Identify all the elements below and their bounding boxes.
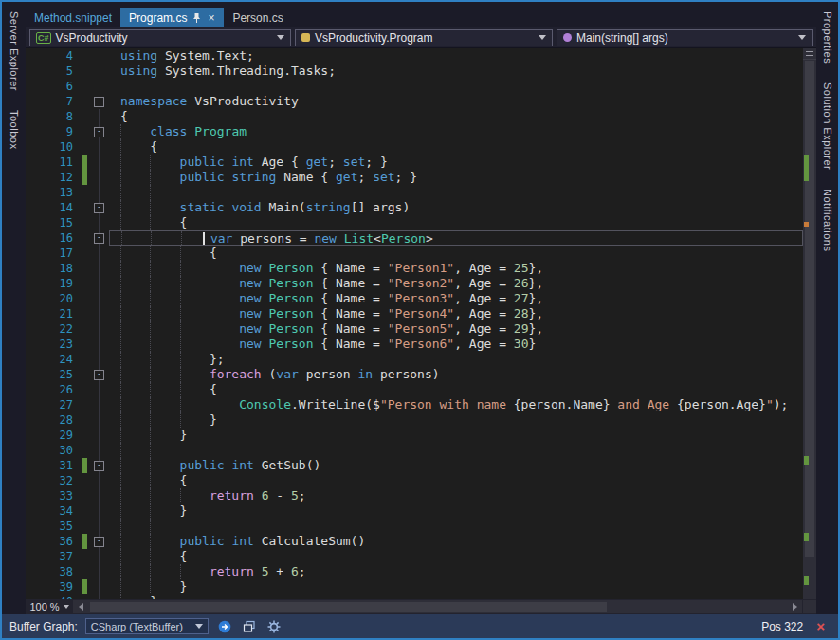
code-line[interactable]: 19new Person { Name = "Person2", Age = 2…: [26, 276, 803, 291]
line-number[interactable]: 38: [26, 564, 73, 579]
code-line[interactable]: 38return 5 + 6;: [26, 564, 803, 579]
code-line[interactable]: 11public int Age { get; set; }: [26, 155, 803, 170]
code-line[interactable]: 12public string Name { get; set; }: [26, 170, 803, 185]
collapse-icon[interactable]: -: [94, 537, 104, 547]
collapse-icon[interactable]: -: [94, 370, 104, 380]
code-line[interactable]: 15{: [26, 215, 803, 230]
line-number[interactable]: 27: [26, 397, 73, 412]
vertical-scrollbar[interactable]: [803, 48, 816, 599]
code-line[interactable]: 4using System.Text;: [26, 48, 803, 64]
project-dropdown[interactable]: C# VsProductivity: [29, 29, 291, 46]
split-editor-handle[interactable]: [803, 48, 816, 60]
code-line[interactable]: 13: [26, 185, 803, 200]
close-icon[interactable]: ×: [811, 619, 831, 633]
member-dropdown[interactable]: Main(string[] args): [557, 29, 813, 46]
scrollbar-thumb[interactable]: [805, 61, 814, 557]
line-number[interactable]: 39: [26, 579, 73, 594]
line-number[interactable]: 5: [26, 64, 73, 79]
sidebar-item-solution-explorer[interactable]: Solution Explorer: [822, 79, 833, 170]
horizontal-scrollbar[interactable]: [88, 600, 787, 613]
line-number[interactable]: 17: [26, 246, 73, 261]
line-number[interactable]: 32: [26, 473, 73, 488]
code-line[interactable]: 31-public int GetSub(): [26, 458, 803, 473]
code-line[interactable]: 26{: [26, 382, 803, 397]
code-line[interactable]: 25-foreach (var person in persons): [26, 367, 803, 382]
line-number[interactable]: 4: [26, 48, 73, 64]
line-number[interactable]: 14: [26, 200, 73, 215]
collapse-icon[interactable]: -: [94, 233, 104, 244]
code-line[interactable]: 32{: [26, 473, 803, 488]
globe-arrow-icon[interactable]: [216, 619, 233, 634]
type-dropdown[interactable]: VsProductivity.Program: [295, 29, 553, 46]
code-line[interactable]: 22new Person { Name = "Person5", Age = 2…: [26, 321, 803, 337]
pin-icon[interactable]: [192, 12, 201, 24]
line-number[interactable]: 9: [26, 124, 73, 139]
code-line[interactable]: 6: [26, 79, 803, 94]
code-line[interactable]: 14-static void Main(string[] args): [26, 200, 803, 215]
code-line[interactable]: 35: [26, 519, 803, 534]
code-line[interactable]: 24};: [26, 352, 803, 367]
line-number[interactable]: 11: [26, 155, 73, 170]
collapse-icon[interactable]: -: [94, 97, 104, 107]
line-number[interactable]: 8: [26, 109, 73, 124]
code-line[interactable]: 23new Person { Name = "Person6", Age = 3…: [26, 337, 803, 352]
line-number[interactable]: 36: [26, 534, 73, 549]
line-number[interactable]: 37: [26, 549, 73, 564]
new-window-icon[interactable]: [241, 619, 258, 634]
line-number[interactable]: 21: [26, 306, 73, 321]
buffer-type-dropdown[interactable]: CSharp (TextBuffer): [85, 618, 209, 634]
scrollbar-thumb[interactable]: [90, 602, 607, 612]
code-line[interactable]: 33return 6 - 5;: [26, 488, 803, 503]
line-number[interactable]: 28: [26, 412, 73, 428]
line-number[interactable]: 7: [26, 94, 73, 109]
line-number[interactable]: 25: [26, 367, 73, 382]
line-number[interactable]: 26: [26, 382, 73, 397]
line-number[interactable]: 20: [26, 291, 73, 306]
code-line[interactable]: 30: [26, 443, 803, 458]
code-line[interactable]: 34}: [26, 503, 803, 519]
scroll-left-button[interactable]: [73, 600, 88, 613]
code-line[interactable]: 37{: [26, 549, 803, 564]
zoom-dropdown[interactable]: 100 %: [26, 599, 73, 614]
line-number[interactable]: 22: [26, 321, 73, 337]
line-number[interactable]: 33: [26, 488, 73, 503]
line-number[interactable]: 29: [26, 428, 73, 443]
line-number[interactable]: 13: [26, 185, 73, 200]
line-number[interactable]: 24: [26, 352, 73, 367]
line-number[interactable]: 15: [26, 215, 73, 230]
line-number[interactable]: 12: [26, 170, 73, 185]
collapse-icon[interactable]: -: [94, 203, 104, 213]
code-line[interactable]: 10{: [26, 139, 803, 155]
line-number[interactable]: 16: [26, 230, 73, 246]
code-line[interactable]: 18new Person { Name = "Person1", Age = 2…: [26, 261, 803, 276]
tab-person-cs[interactable]: Person.cs: [224, 8, 291, 27]
code-editor[interactable]: 4using System.Text;5using System.Threadi…: [26, 48, 816, 599]
scroll-right-button[interactable]: [787, 600, 802, 613]
sidebar-item-notifications[interactable]: Notifications: [822, 185, 833, 251]
code-line[interactable]: 36-public int CalculateSum(): [26, 534, 803, 549]
line-number[interactable]: 18: [26, 261, 73, 276]
code-line[interactable]: 7-namespace VsProductivity: [26, 94, 803, 109]
sidebar-item-toolbox[interactable]: Toolbox: [9, 106, 20, 149]
line-number[interactable]: 34: [26, 503, 73, 519]
code-line[interactable]: 9-class Program: [26, 124, 803, 139]
code-line[interactable]: 17{: [26, 246, 803, 261]
close-icon[interactable]: ×: [207, 12, 215, 24]
line-number[interactable]: 10: [26, 139, 73, 155]
collapse-icon[interactable]: -: [94, 461, 104, 471]
code-line[interactable]: 20new Person { Name = "Person3", Age = 2…: [26, 291, 803, 306]
tab-program-cs[interactable]: Program.cs ×: [120, 8, 224, 27]
sidebar-item-properties[interactable]: Properties: [822, 8, 833, 64]
tab-method-snippet[interactable]: Method.snippet: [26, 8, 120, 27]
code-lines[interactable]: 4using System.Text;5using System.Threadi…: [26, 48, 803, 599]
line-number[interactable]: 35: [26, 519, 73, 534]
line-number[interactable]: 31: [26, 458, 73, 473]
code-line[interactable]: 29}: [26, 428, 803, 443]
sidebar-item-server-explorer[interactable]: Server Explorer: [9, 8, 20, 91]
gear-icon[interactable]: [265, 619, 283, 634]
code-line[interactable]: 27Console.WriteLine($"Person with name {…: [26, 397, 803, 412]
code-line[interactable]: 21new Person { Name = "Person4", Age = 2…: [26, 306, 803, 321]
code-line[interactable]: 16-var persons = new List<Person>: [26, 230, 803, 246]
line-number[interactable]: 19: [26, 276, 73, 291]
code-line[interactable]: 8{: [26, 109, 803, 124]
